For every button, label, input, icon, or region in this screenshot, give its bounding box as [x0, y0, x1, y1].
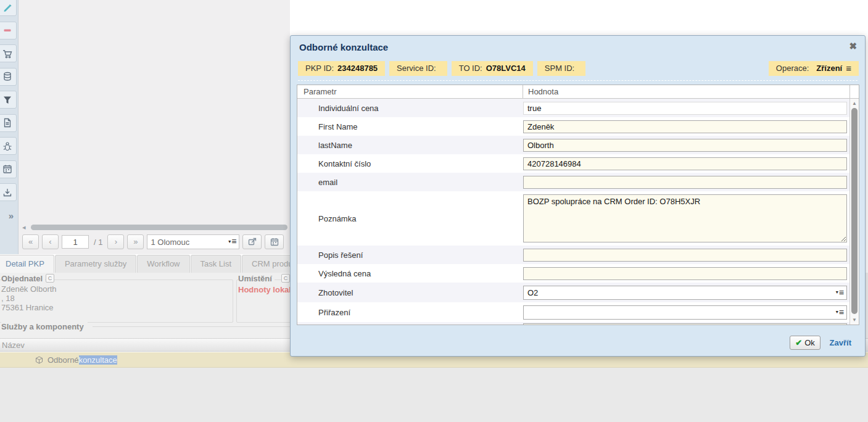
scroll-down-icon[interactable]: ▼	[850, 317, 859, 323]
column-hodnota: Hodnota	[523, 85, 849, 98]
close-link[interactable]: Zavřít	[830, 338, 851, 347]
param-row-clipped	[297, 322, 849, 325]
close-icon[interactable]: ✖	[849, 41, 857, 52]
badge-label: SPM ID:	[545, 64, 574, 73]
param-value-cell	[523, 176, 849, 189]
param-label: First Name	[297, 122, 523, 131]
param-row: email	[297, 173, 849, 191]
region-select[interactable]: 1 Olomouc ▾≡	[147, 234, 239, 249]
toolbar-remove-icon[interactable]	[0, 22, 17, 39]
param-row: First Name	[297, 117, 849, 136]
customer-address-line: Zdeněk Olborth	[1, 284, 57, 294]
customer-copy-button[interactable]: C	[46, 274, 54, 283]
param-value-cell	[523, 194, 849, 242]
combobox-value: O2	[527, 288, 538, 297]
badge-spm-id-: SPM ID:	[537, 61, 585, 76]
param-row: Kontaktní číslo	[297, 154, 849, 173]
vertical-scrollbar[interactable]: ▲ ▼	[849, 99, 859, 325]
value-input[interactable]	[523, 157, 847, 170]
param-row: ZhotovitelO2▾≡	[297, 283, 849, 302]
scrollbar-thumb[interactable]	[851, 108, 858, 314]
param-label: Zhotovitel	[297, 288, 523, 297]
location-copy-button[interactable]: C	[281, 274, 290, 283]
section-title: Služby a komponenty	[1, 322, 88, 331]
toolbar-calendar-icon[interactable]	[0, 160, 17, 178]
param-row: lastName	[297, 136, 849, 154]
calendar-icon	[270, 237, 279, 247]
toolbar-database-icon[interactable]	[0, 68, 17, 86]
param-label: email	[297, 178, 523, 187]
operation-value: Zřízení	[816, 61, 842, 76]
ok-button[interactable]: ✔ Ok	[790, 336, 820, 350]
map-panel: » ◂ « ‹ / 1 › » 1 Olomouc ▾≡	[0, 0, 290, 254]
scrollbar-thumb[interactable]	[31, 225, 287, 230]
value-input[interactable]	[523, 176, 847, 189]
toolbar-export-pdf-icon[interactable]	[0, 114, 17, 132]
value-combobox[interactable]: ▾≡	[523, 305, 847, 320]
service-name-prefix: Odborné	[48, 355, 79, 365]
menu-icon[interactable]: ≡	[846, 61, 851, 76]
column-parametr: Parametr	[297, 85, 523, 98]
param-value-cell	[523, 139, 849, 152]
toolbar-edit-icon[interactable]	[0, 0, 17, 16]
pagination-prev-button[interactable]: ‹	[42, 234, 59, 249]
badge-row: PKP ID:234248785Service ID:TO ID:O78LVC1…	[298, 61, 859, 76]
toolbar-download-icon[interactable]	[0, 183, 17, 201]
badge-label: Service ID:	[397, 64, 436, 73]
tab-workflow[interactable]: Workflow	[137, 255, 189, 273]
param-label: Individuální cena	[297, 104, 523, 113]
value-textarea[interactable]	[523, 194, 847, 242]
scroll-up-icon[interactable]: ▲	[850, 101, 859, 106]
pagination-next-button[interactable]: ›	[107, 234, 124, 249]
page-number-input[interactable]	[62, 235, 89, 249]
badge-label: PKP ID:	[305, 64, 334, 73]
param-table-body: Individuální cenatrueFirst NamelastNameK…	[297, 99, 849, 325]
dialog-title: Odborné konzultace	[299, 42, 388, 52]
pagination-first-button[interactable]: «	[22, 234, 39, 249]
param-label: Přiřazení	[297, 308, 523, 317]
operation-badge[interactable]: Operace:Zřízení≡	[769, 61, 859, 76]
param-value-cell: O2▾≡	[523, 286, 849, 300]
toolbar-debug-icon[interactable]	[0, 137, 17, 155]
location-label: Umístění	[238, 274, 275, 283]
scroll-left-icon[interactable]: ◂	[22, 223, 26, 231]
param-label: Poznámka	[297, 214, 523, 223]
horizontal-scrollbar[interactable]: ◂	[22, 223, 287, 231]
param-label: lastName	[297, 141, 523, 150]
param-value-cell	[523, 249, 849, 262]
value-input[interactable]	[523, 267, 847, 280]
value-input[interactable]	[523, 139, 847, 152]
value-input[interactable]	[523, 120, 847, 133]
toolbar-filter-icon[interactable]	[0, 91, 17, 109]
pagination-bar: « ‹ / 1 › » 1 Olomouc ▾≡	[22, 233, 284, 250]
param-row: Poznámka	[297, 191, 849, 246]
tab-task-list[interactable]: Task List	[191, 255, 242, 273]
calendar-icon-button[interactable]	[265, 234, 284, 249]
param-row: Popis řešení	[297, 246, 849, 264]
check-icon: ✔	[795, 338, 802, 347]
param-value-cell: true	[523, 102, 849, 115]
export-icon-button[interactable]	[242, 234, 262, 249]
customer-address-line: 75361 Hranice	[1, 303, 57, 312]
value-combobox[interactable]: O2▾≡	[523, 286, 847, 300]
param-label: Výsledná cena	[297, 269, 523, 278]
toolbar-collapse-icon[interactable]: »	[0, 207, 17, 225]
badge-value: O78LVC14	[486, 64, 526, 73]
tab-detail-pkp[interactable]: Detail PKP	[0, 255, 54, 273]
param-row: Individuální cenatrue	[297, 99, 849, 117]
param-value-cell	[523, 267, 849, 280]
tab-parametry-slu-by[interactable]: Parametry služby	[55, 255, 136, 273]
dropdown-icon[interactable]: ▾≡	[836, 289, 844, 296]
dropdown-icon[interactable]: ▾≡	[836, 309, 844, 315]
toolbar-cart-icon[interactable]	[0, 44, 17, 62]
param-row: Výsledná cena	[297, 264, 849, 283]
dropdown-icon[interactable]: ▾≡	[228, 238, 236, 244]
dashed-divider	[298, 80, 858, 81]
value-input[interactable]	[523, 249, 847, 262]
badge-to-id-: TO ID:O78LVC14	[452, 61, 533, 76]
customer-address: Zdeněk Olborth, 1875361 Hranice	[1, 284, 57, 312]
badge-value: 234248785	[337, 64, 378, 73]
pagination-last-button[interactable]: »	[127, 234, 144, 249]
column-scroll-spacer	[849, 85, 859, 98]
badge-service-id-: Service ID:	[389, 61, 447, 76]
